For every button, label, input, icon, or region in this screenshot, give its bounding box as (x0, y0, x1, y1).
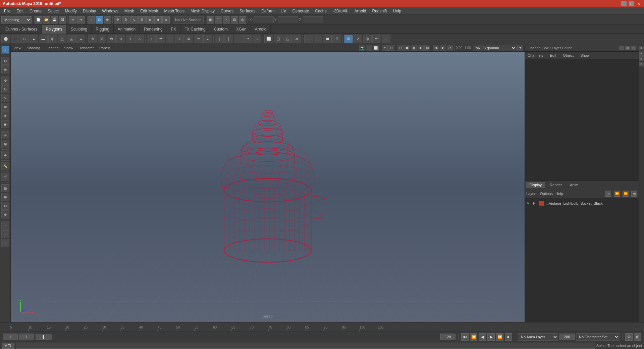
boolean-diff-btn[interactable]: ∖ (126, 35, 135, 43)
bridge-btn[interactable]: ⇌ (156, 35, 165, 43)
cb-minimize-btn[interactable]: − (619, 46, 624, 50)
layer-prev-btn[interactable]: ⏪ (614, 191, 620, 197)
menu-mesh[interactable]: Mesh (122, 8, 137, 14)
offset-edge-btn[interactable]: ‖ (224, 35, 233, 43)
vp-view-menu[interactable]: View (12, 45, 23, 51)
undo-btn[interactable]: ↩ (69, 16, 76, 23)
vp-flat-btn[interactable]: ▦ (411, 45, 417, 51)
tab-custom[interactable]: Custom (210, 25, 232, 34)
triangulate-btn[interactable]: △ (283, 35, 292, 43)
connect-btn[interactable]: ─ (234, 35, 243, 43)
br-tab-render[interactable]: Render (546, 182, 565, 188)
boolean-inter-btn[interactable]: ∩ (135, 35, 144, 43)
universal-left[interactable]: ◈ (1, 111, 9, 119)
menu-uv[interactable]: UV (278, 8, 289, 14)
menu-display[interactable]: Display (80, 8, 99, 14)
vp-wireframe-btn[interactable]: ⬡ (397, 45, 404, 51)
extrude-btn[interactable]: ↑ (147, 35, 156, 43)
vp-ao-btn[interactable]: ◐ (440, 45, 446, 51)
face-select-btn[interactable]: ◼ (323, 35, 332, 43)
save-btn[interactable]: 💾 (51, 16, 58, 23)
mode-dropdown[interactable]: Modeling (1, 16, 32, 23)
close-button[interactable]: ✕ (636, 1, 641, 6)
last-tool-btn[interactable]: ⊞ (138, 16, 146, 23)
new-scene-btn[interactable]: 📄 (35, 16, 42, 23)
vp-show-menu[interactable]: Show (63, 45, 75, 51)
vp-shaded-btn[interactable]: ■ (418, 45, 424, 51)
range-start-input[interactable] (3, 334, 18, 340)
append-btn[interactable]: + (175, 35, 184, 43)
vertex-select-btn[interactable]: · (304, 35, 313, 43)
command-input[interactable] (16, 343, 595, 349)
fill-hole-btn[interactable]: ◌ (166, 35, 174, 43)
options-menu[interactable]: Options (540, 192, 553, 196)
snap-view-btn[interactable]: ⊟ (231, 16, 238, 23)
go-start-btn[interactable]: ⏮ (461, 333, 469, 341)
render-left[interactable]: 🎬 (1, 173, 9, 181)
tab-fx[interactable]: FX (167, 25, 180, 34)
tab-curves-surfaces[interactable]: Curves / Surfaces (1, 25, 42, 34)
extra2-left[interactable]: ▪ (1, 230, 9, 238)
smooth-btn[interactable]: ◱ (274, 35, 282, 43)
scale-left[interactable]: ⤡ (1, 94, 9, 102)
sculpt-left[interactable]: ≋ (1, 131, 9, 139)
br-tab-anim[interactable]: Anim (567, 182, 582, 188)
prism-icon-btn[interactable]: △ (58, 35, 66, 43)
collapse-btn[interactable]: ⇣ (203, 35, 212, 43)
menu-generate[interactable]: Generate (289, 8, 312, 14)
lasso-select-btn[interactable]: ⊡ (96, 16, 103, 23)
vp-panels-menu[interactable]: Panels (98, 45, 112, 51)
prefs-btn[interactable]: ⚙ (625, 333, 633, 341)
cb-tab-channels[interactable]: Channels (526, 53, 544, 58)
detach-btn[interactable]: ⊸ (243, 35, 252, 43)
menu-windows[interactable]: Windows (99, 8, 121, 14)
rotate-left[interactable]: ↻ (1, 85, 9, 93)
vp-renderer-menu[interactable]: Renderer (77, 45, 95, 51)
bevel-btn[interactable]: ⌐ (382, 35, 390, 43)
layers4-left[interactable]: ⊛ (1, 210, 9, 218)
soft-mod-left[interactable]: ◉ (1, 120, 9, 128)
ri-btn-4[interactable]: ⊡ (639, 62, 644, 66)
cone-icon-btn[interactable]: ▲ (30, 35, 38, 43)
gamma-select[interactable]: sRGB gamma (473, 45, 517, 51)
paint-select-btn[interactable]: ⊛ (104, 16, 111, 23)
move-btn[interactable]: ✛ (114, 16, 121, 23)
wireframe-btn[interactable]: ⬜ (264, 35, 273, 43)
timeline-area[interactable]: 5 10 15 20 25 30 35 40 45 50 55 60 65 70… (0, 322, 644, 332)
tab-xgen[interactable]: XGen (232, 25, 251, 34)
layer-end-btn[interactable]: ⏭ (631, 191, 637, 197)
layers2-left[interactable]: ⊞ (1, 193, 9, 201)
cylinder-icon-btn[interactable]: ⬭ (20, 35, 29, 43)
minimize-button[interactable]: − (621, 1, 627, 6)
pipe-icon-btn[interactable]: ⊂ (76, 35, 85, 43)
current-frame-input[interactable] (19, 334, 34, 340)
menu-cache[interactable]: Cache (312, 8, 329, 14)
torus-icon-btn[interactable]: ◎ (48, 35, 57, 43)
tab-polygons[interactable]: Polygons (42, 25, 66, 34)
comp-display-btn[interactable]: ⊞ (344, 35, 353, 43)
x-coord-input[interactable] (254, 16, 274, 23)
vp-shadows-btn[interactable]: ◑ (433, 45, 439, 51)
tab-rigging[interactable]: Rigging (92, 25, 114, 34)
snap-live-btn[interactable]: ◎ (239, 16, 246, 23)
menu-select[interactable]: Select (45, 8, 61, 14)
boolean-union-btn[interactable]: ∪ (116, 35, 125, 43)
tab-animation[interactable]: Animation (114, 25, 140, 34)
duplicate-face-btn[interactable]: ⧉ (184, 35, 193, 43)
settings-btn[interactable]: ⊞ (634, 333, 641, 341)
select-tool-btn[interactable]: ▷ (88, 16, 95, 23)
cb-dock-btn[interactable]: ⊞ (625, 46, 630, 50)
play-back-btn[interactable]: ◀ (479, 333, 486, 341)
ri-btn-1[interactable]: ⊞ (639, 46, 644, 50)
vp-resolution-btn[interactable]: ⬜ (373, 45, 379, 51)
extra3-left[interactable]: ▪ (1, 239, 9, 247)
ri-btn-2[interactable]: ⊟ (639, 51, 644, 56)
menu-arnold[interactable]: Arnold (352, 8, 369, 14)
ri-btn-3[interactable]: ⊠ (639, 56, 644, 61)
vp-smooth-btn[interactable]: ⬢ (404, 45, 410, 51)
vp-color-mgmt-btn[interactable]: ▼ (517, 45, 523, 51)
layer-color-swatch[interactable] (539, 201, 544, 206)
quadrangulate-btn[interactable]: ▱ (292, 35, 301, 43)
menu-edit[interactable]: Edit (14, 8, 26, 14)
layer-anim-back-btn[interactable]: ⏮ (605, 191, 611, 197)
